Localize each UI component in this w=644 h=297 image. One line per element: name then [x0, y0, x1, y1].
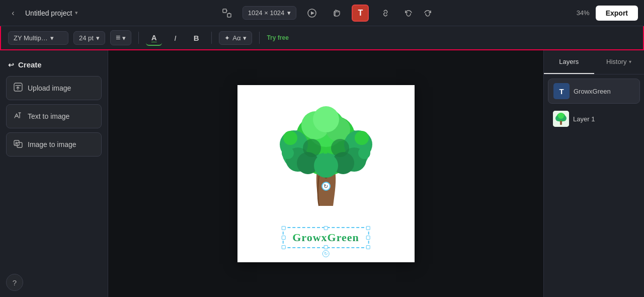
top-bar: ‹ Untitled project ▾ 1024 × 1024 ▾ [0, 0, 644, 26]
resize-handle-mr[interactable] [366, 236, 370, 240]
bold-button[interactable]: B [188, 30, 204, 46]
resize-handle-tl[interactable] [281, 226, 285, 230]
toolbar-separator-2 [211, 32, 212, 44]
image-to-image-label: Image to image [28, 140, 76, 148]
project-title-area[interactable]: Untitled project ▾ [25, 9, 78, 17]
sidebar-header: ↩ Create [6, 56, 102, 76]
font-size-chevron: ▾ [96, 34, 100, 42]
top-center-tools: 1024 × 1024 ▾ T [83, 5, 571, 22]
svg-point-27 [331, 139, 349, 157]
bold-label: B [194, 34, 199, 42]
resize-handle-tm[interactable] [324, 226, 328, 230]
play-button[interactable] [303, 5, 320, 22]
text-to-image-button[interactable]: Text to image [6, 104, 102, 128]
right-sidebar-tabs: Layers History ▾ [544, 50, 644, 75]
toolbar-separator-1 [138, 32, 139, 44]
canvas-text-layer[interactable]: GrowxGreen ↻ [282, 227, 369, 248]
text-tool-button[interactable]: T [352, 5, 369, 22]
layer-thumb-image [553, 111, 569, 127]
align-icon: ≡ [116, 33, 120, 42]
font-selector[interactable]: ZY Multip… ▾ [8, 31, 68, 45]
layers-list: T GrowxGreen Layer 1 [544, 75, 644, 135]
ai-text-icon: ✦ [224, 34, 230, 42]
layer-item-growxgreen[interactable]: T GrowxGreen [548, 79, 640, 104]
text-to-image-icon [14, 111, 23, 122]
undo-button[interactable] [400, 5, 417, 22]
svg-point-26 [303, 139, 321, 157]
main-area: ↩ Create Upload image [0, 50, 644, 297]
layer-name-layer1: Layer 1 [573, 115, 595, 123]
resize-handle-tr[interactable] [366, 226, 370, 230]
ai-text-chevron: ▾ [243, 34, 247, 42]
svg-rect-1 [227, 14, 231, 17]
canvas-size-selector[interactable]: 1024 × 1024 ▾ [243, 6, 297, 20]
upload-icon [14, 83, 23, 94]
svg-point-30 [282, 147, 294, 159]
text-to-image-label: Text to image [28, 112, 69, 120]
text-align-button[interactable]: ≡ ▾ [110, 30, 131, 45]
italic-button[interactable]: I [167, 30, 183, 46]
help-icon: ? [13, 278, 17, 287]
left-sidebar: ↩ Create Upload image [0, 50, 108, 297]
text-rotate-handle[interactable]: ↻ [323, 250, 330, 257]
svg-point-36 [558, 113, 564, 119]
svg-marker-5 [311, 11, 314, 15]
ai-text-button[interactable]: ✦ Aα ▾ [219, 31, 252, 45]
layer-thumb-text: T [553, 83, 570, 99]
export-button[interactable]: Export [596, 6, 638, 21]
resize-handle-br[interactable] [366, 245, 370, 249]
resize-handle-ml[interactable] [281, 236, 285, 240]
font-size-label: 24 pt [79, 34, 94, 42]
svg-point-18 [313, 106, 339, 132]
create-label: Create [18, 60, 42, 69]
history-chevron: ▾ [629, 59, 631, 64]
svg-rect-8 [17, 142, 22, 147]
create-back-icon: ↩ [8, 61, 14, 69]
canvas-size-label: 1024 × 1024 [248, 9, 285, 17]
canvas-wrapper: ↻ GrowxGreen ↻ [237, 85, 415, 262]
svg-point-29 [355, 131, 369, 145]
resize-handle-bm[interactable] [324, 245, 328, 249]
italic-label: I [174, 34, 176, 42]
ai-text-label: Aα [232, 34, 240, 42]
history-tab-label: History [606, 58, 626, 65]
undo-redo-group [400, 5, 436, 22]
svg-point-31 [358, 147, 370, 159]
svg-rect-0 [223, 9, 226, 13]
resize-handle-bl[interactable] [281, 245, 285, 249]
top-right-area: 34% Export [577, 6, 638, 21]
font-color-label: A [151, 33, 157, 42]
resize-icon[interactable] [218, 5, 235, 22]
project-title-chevron: ▾ [75, 10, 78, 16]
history-tab[interactable]: History ▾ [594, 50, 645, 74]
image-to-image-icon [14, 139, 23, 150]
canvas-area[interactable]: ↻ GrowxGreen ↻ [108, 50, 543, 297]
tree-illustration [237, 85, 415, 221]
layer-item-layer1[interactable]: Layer 1 [548, 107, 640, 131]
layers-tab[interactable]: Layers [544, 50, 594, 74]
underline-color-button[interactable]: A [146, 30, 162, 46]
font-size-selector[interactable]: 24 pt ▾ [73, 31, 105, 45]
layers-tab-label: Layers [559, 58, 579, 65]
layer-rotate-handle[interactable]: ↻ [321, 182, 331, 191]
layer-name-growxgreen: GrowxGreen [574, 88, 611, 95]
font-chevron: ▾ [50, 34, 54, 42]
link-tool-button[interactable] [376, 5, 393, 22]
layer-thumb-text-icon: T [559, 87, 564, 96]
svg-point-25 [314, 154, 338, 178]
upload-image-button[interactable]: Upload image [6, 76, 102, 100]
upload-image-label: Upload image [28, 84, 71, 92]
toolbar-separator-3 [259, 32, 260, 44]
text-toolbar: ZY Multip… ▾ 24 pt ▾ ≡ ▾ A I B ✦ Aα ▾ Tr… [0, 26, 644, 50]
image-to-image-button[interactable]: Image to image [6, 132, 102, 157]
svg-point-28 [283, 131, 297, 145]
back-button[interactable]: ‹ [6, 6, 20, 20]
hand-tool-button[interactable] [328, 5, 345, 22]
svg-rect-37 [560, 121, 562, 125]
try-free-badge[interactable]: Try free [267, 34, 288, 41]
font-name-label: ZY Multip… [14, 34, 48, 42]
align-chevron: ▾ [122, 34, 126, 42]
help-button[interactable]: ? [6, 274, 23, 291]
canvas-size-chevron: ▾ [287, 9, 291, 17]
redo-button[interactable] [419, 5, 436, 22]
